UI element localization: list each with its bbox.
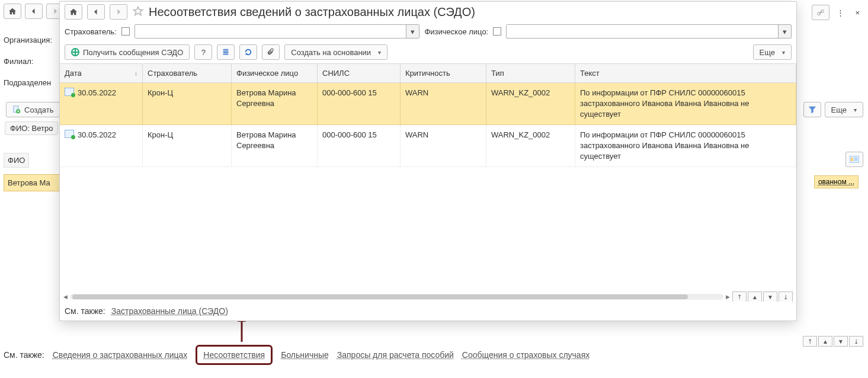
- col-text[interactable]: Текст: [575, 64, 796, 83]
- list-button[interactable]: [217, 44, 235, 60]
- bg-column-fio[interactable]: ФИО: [4, 153, 29, 168]
- modal-back-button[interactable]: [87, 4, 105, 20]
- back-button[interactable]: [25, 4, 43, 19]
- get-messages-button[interactable]: Получить сообщения СЭДО: [65, 44, 190, 60]
- cell-type: WARN_KZ_0002: [486, 83, 575, 125]
- cell-strah: Крон-Ц: [143, 125, 232, 167]
- link-icon: [816, 8, 825, 17]
- bg-more-button[interactable]: Еще: [825, 102, 863, 117]
- home-icon: [8, 7, 17, 15]
- label-subdivision: Подразделен: [4, 78, 51, 87]
- modal-link-insured[interactable]: Застрахованные лица (СЭДО): [111, 306, 228, 316]
- col-snils[interactable]: СНИЛС: [318, 64, 401, 83]
- document-icon: [65, 130, 74, 138]
- bg-card-view-button[interactable]: [845, 152, 863, 167]
- col-type[interactable]: Тип: [486, 64, 575, 83]
- col-fiz[interactable]: Физическое лицо: [232, 64, 318, 83]
- col-date[interactable]: Дата ↓: [60, 64, 143, 83]
- modal-footer: См. также: Застрахованные лица (СЭДО): [60, 302, 796, 321]
- filter-icon: [808, 105, 817, 114]
- modal-more-button[interactable]: Еще: [753, 44, 792, 60]
- grid-nav-buttons: ⤒ ▲ ▼ ⤓: [732, 291, 793, 302]
- bg-nav-down[interactable]: ▼: [834, 336, 848, 347]
- modal-header: Несоответствия сведений о застрахованных…: [60, 2, 796, 22]
- bg-fio-filter-chip[interactable]: ФИО: Ветро: [5, 121, 58, 135]
- bg-create-button[interactable]: Создать: [6, 102, 60, 117]
- table-row[interactable]: 30.05.2022 Крон-Ц Ветрова Марина Сергеев…: [60, 125, 796, 167]
- bg-link-insured[interactable]: Сведения о застрахованных лицах: [53, 350, 188, 360]
- col-crit[interactable]: Критичность: [401, 64, 486, 83]
- cell-crit: WARN: [401, 125, 486, 167]
- bg-see-also-label: См. также:: [4, 350, 44, 360]
- modal-title: Несоответствия сведений о застрахованных…: [149, 5, 475, 19]
- grid-body[interactable]: 30.05.2022 Крон-Ц Ветрова Марина Сергеев…: [60, 83, 796, 292]
- label-organization: Организация:: [4, 36, 52, 44]
- bg-window-menu-button[interactable]: ⋮: [833, 5, 848, 20]
- bg-nav-last[interactable]: ⤓: [849, 336, 863, 347]
- grid-nav-last[interactable]: ⤓: [779, 291, 793, 302]
- bg-link-messages[interactable]: Сообщения о страховых случаях: [462, 350, 590, 360]
- help-button[interactable]: ?: [194, 44, 212, 60]
- cell-fiz: Ветрова Марина Сергеевна: [232, 125, 318, 167]
- help-label: ?: [201, 48, 206, 57]
- col-strah[interactable]: Страхователь: [143, 64, 232, 83]
- grid-scroll-footer: ◀ ▶ ⤒ ▲ ▼ ⤓: [60, 292, 796, 302]
- bg-link-requests[interactable]: Запросы для расчета пособий: [337, 350, 454, 360]
- cell-crit: WARN: [401, 83, 486, 125]
- favorite-star-icon[interactable]: [132, 5, 144, 19]
- bg-filter-button[interactable]: [803, 102, 821, 117]
- bg-more-label: Еще: [831, 105, 847, 114]
- cell-date: 30.05.2022: [60, 83, 143, 125]
- grid-nav-up[interactable]: ▲: [748, 291, 762, 302]
- bg-truncated-link[interactable]: ованном ...: [814, 175, 859, 188]
- bg-window-link-button[interactable]: [812, 5, 829, 20]
- home-button[interactable]: [4, 4, 21, 19]
- sort-indicator-icon: ↓: [134, 70, 137, 76]
- cell-date: 30.05.2022: [60, 125, 143, 167]
- modal-forward-button[interactable]: [110, 4, 127, 20]
- refresh-button[interactable]: [239, 44, 257, 60]
- input-fiz[interactable]: [507, 25, 778, 38]
- get-messages-label: Получить сообщения СЭДО: [83, 48, 183, 57]
- grid-header: Дата ↓ Страхователь Физическое лицо СНИЛ…: [60, 64, 796, 83]
- label-strah: Страхователь:: [65, 27, 117, 36]
- bg-see-also: См. также: Сведения о застрахованных лиц…: [4, 345, 590, 365]
- bg-window-close-button[interactable]: ×: [851, 5, 863, 20]
- grid-nav-down[interactable]: ▼: [763, 291, 777, 302]
- cell-snils: 000-000-600 15: [318, 125, 401, 167]
- col-date-label: Дата: [65, 69, 82, 78]
- dropdown-fiz-toggle[interactable]: ▾: [778, 25, 791, 38]
- mismatches-window: Несоответствия сведений о застрахованных…: [59, 1, 797, 321]
- checkbox-strah[interactable]: [121, 27, 130, 36]
- scrollbar[interactable]: [70, 294, 723, 300]
- bg-link-sickleave[interactable]: Больничные: [281, 350, 329, 360]
- grid: Дата ↓ Страхователь Физическое лицо СНИЛ…: [60, 63, 796, 302]
- grid-nav-first[interactable]: ⤒: [732, 291, 747, 302]
- scroll-left-icon[interactable]: ◀: [63, 294, 68, 300]
- svg-rect-5: [851, 158, 853, 161]
- bg-nav-first[interactable]: ⤒: [803, 336, 817, 347]
- table-row[interactable]: 30.05.2022 Крон-Ц Ветрова Марина Сергеев…: [60, 83, 796, 125]
- bg-nav-up[interactable]: ▲: [818, 336, 832, 347]
- paperclip-icon: [267, 48, 275, 56]
- bg-nav-buttons: ⤒ ▲ ▼ ⤓: [803, 336, 863, 347]
- label-fiz: Физическое лицо:: [424, 27, 488, 36]
- scroll-right-icon[interactable]: ▶: [726, 294, 730, 300]
- refresh-icon: [244, 48, 252, 56]
- cell-fiz: Ветрова Марина Сергеевна: [232, 83, 318, 125]
- list-icon: [222, 48, 230, 56]
- create-based-label: Создать на основании: [291, 48, 371, 57]
- bg-link-mismatches[interactable]: Несоответствия: [203, 350, 265, 360]
- modal-home-button[interactable]: [65, 4, 82, 20]
- bg-right-corner: [845, 152, 863, 167]
- bg-top-toolbar: [4, 4, 64, 19]
- bg-window-controls: ⋮ ×: [812, 5, 863, 20]
- input-strah[interactable]: [135, 25, 406, 38]
- attach-button[interactable]: [262, 44, 280, 60]
- scrollbar-thumb[interactable]: [72, 294, 688, 299]
- globe-icon: [71, 48, 79, 56]
- checkbox-fiz[interactable]: [493, 27, 501, 36]
- dropdown-strah-toggle[interactable]: ▾: [406, 25, 419, 38]
- highlight-annotation: Несоответствия: [196, 345, 273, 365]
- create-based-button[interactable]: Создать на основании: [284, 44, 387, 60]
